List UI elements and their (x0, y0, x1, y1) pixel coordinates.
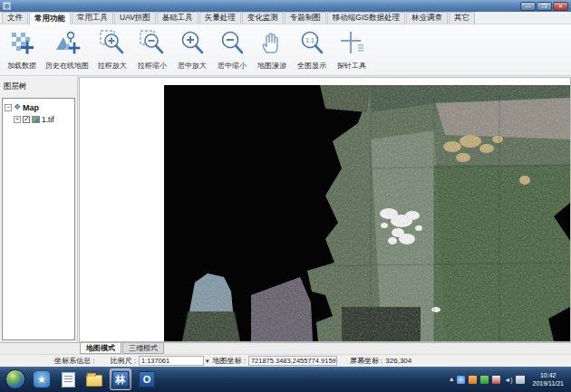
taskbar-forestry-gis-button[interactable]: 林 (110, 368, 131, 390)
taskbar-o-app-button[interactable]: O (136, 368, 158, 390)
box-zoom-out-button[interactable]: 拉框缩小 (132, 26, 172, 73)
satellite-raster-image[interactable] (164, 85, 570, 341)
coordinate-system-label: 坐标系信息 : (54, 356, 94, 366)
maximize-button[interactable]: ❐ (537, 2, 552, 11)
pan-hand-icon (258, 29, 286, 56)
screen-coordinate-label: 屏幕坐标 : (350, 356, 382, 366)
network-icon[interactable] (516, 376, 525, 384)
status-bar: 坐标系信息 : 比例尺 : 1:137061 ▾ 地图坐标 : 721875.3… (0, 354, 571, 367)
collapse-icon[interactable]: − (5, 104, 12, 111)
box-zoom-in-button[interactable]: 拉框放大 (92, 26, 132, 73)
full-extent-button[interactable]: 1:1 全图显示 (292, 26, 332, 73)
menu-tab-vector-processing[interactable]: 矢量处理 (199, 12, 241, 24)
map-coordinate-value[interactable]: 721875.3483,2455774.9159 (248, 356, 337, 366)
tool-label: 地图漫游 (257, 62, 286, 70)
tool-label: 全图显示 (297, 62, 326, 70)
expand-icon[interactable]: + (14, 116, 21, 123)
center-zoom-in-icon (179, 29, 206, 56)
folder-icon (86, 375, 102, 387)
clock-time: 10:42 (532, 371, 564, 379)
map-layers-icon: ❖ (14, 103, 21, 111)
center-zoom-in-button[interactable]: 居中放大 (172, 26, 212, 73)
close-button[interactable]: ✕ (553, 2, 568, 11)
layer-tree[interactable]: − ❖ Map + 1.tif (2, 98, 75, 340)
layer-visibility-checkbox[interactable] (23, 116, 30, 123)
center-zoom-out-icon (218, 29, 246, 56)
menu-tab-uav-mosaic[interactable]: UAV拼图 (114, 12, 156, 24)
box-zoom-in-icon (99, 29, 126, 56)
map-pan-button[interactable]: 地图漫游 (252, 26, 292, 73)
o-app-icon: O (139, 371, 155, 387)
map-mode-tab-bar: 地图模式 三维模式 (0, 342, 571, 354)
taskbar-messenger-button[interactable]: ★ (31, 368, 53, 390)
screen-coordinate-value: 326,304 (385, 357, 411, 365)
windows-taskbar: ★ 林 O ▴ ◄) 10:42 2019/11/21 (0, 367, 571, 392)
layer-panel-title: 图层树 (4, 81, 73, 92)
map-canvas[interactable] (79, 77, 571, 342)
menu-tab-other[interactable]: 其它 (449, 12, 475, 24)
box-zoom-out-icon (139, 29, 166, 56)
title-bar: ▦ — ❐ ✕ (0, 0, 571, 12)
workspace: 图层树 − ❖ Map + 1.tif (0, 76, 571, 342)
tray-expand-icon[interactable]: ▴ (450, 376, 453, 383)
menu-tab-basic-tools[interactable]: 基础工具 (157, 12, 198, 24)
tray-antivirus-icon[interactable] (480, 376, 489, 384)
layer-tree-panel: 图层树 − ❖ Map + 1.tif (0, 76, 78, 342)
document-icon (62, 372, 75, 387)
tab-map-mode[interactable]: 地图模式 (80, 343, 121, 354)
tab-3d-mode[interactable]: 三维模式 (122, 343, 164, 354)
tray-im-icon[interactable] (457, 376, 465, 384)
menu-tab-forestry-survey[interactable]: 林业调查 (406, 12, 448, 24)
application-window: ▦ — ❐ ✕ 文件 常用功能 常用工具 UAV拼图 基础工具 矢量处理 变化监… (0, 0, 571, 392)
menu-tab-common-tools[interactable]: 常用工具 (72, 12, 113, 24)
tool-label: 居中放大 (178, 62, 207, 70)
start-button[interactable] (5, 369, 25, 389)
menu-tab-file[interactable]: 文件 (2, 12, 28, 24)
menu-tab-change-monitoring[interactable]: 变化监测 (242, 12, 284, 24)
star-icon: ★ (34, 371, 50, 387)
toolbar: 加载数据 历史在线地图 (0, 24, 571, 76)
history-online-map-icon (53, 29, 81, 56)
menu-tab-bar: 文件 常用功能 常用工具 UAV拼图 基础工具 矢量处理 变化监测 专题制图 移… (0, 12, 571, 24)
center-zoom-out-button[interactable]: 居中缩小 (212, 26, 252, 73)
scale-label: 比例尺 : (110, 356, 135, 366)
tool-label: 居中缩小 (218, 62, 247, 70)
tool-label: 探针工具 (337, 62, 366, 70)
scale-combobox[interactable]: 1:137061 (139, 356, 204, 366)
tool-label: 加载数据 (7, 62, 36, 70)
clock-date: 2019/11/21 (532, 379, 564, 387)
tray-security-icon[interactable] (492, 376, 500, 384)
full-extent-icon: 1:1 (298, 29, 325, 56)
menu-tab-mobile-gis[interactable]: 移动端GIS数据处理 (327, 12, 405, 24)
history-online-map-button[interactable]: 历史在线地图 (42, 26, 92, 73)
load-data-button[interactable]: 加载数据 (2, 26, 42, 73)
system-tray: ▴ ◄) 10:42 2019/11/21 (450, 371, 567, 387)
forestry-app-icon: 林 (112, 371, 129, 387)
taskbar-explorer-button[interactable] (83, 368, 105, 390)
menu-tab-thematic-mapping[interactable]: 专题制图 (285, 12, 326, 24)
load-data-icon (8, 29, 35, 56)
tool-label: 拉框缩小 (138, 62, 167, 70)
minimize-button[interactable]: — (520, 2, 536, 11)
tree-root-label: Map (23, 103, 39, 112)
menu-tab-common-functions[interactable]: 常用功能 (29, 12, 71, 24)
tree-node-map[interactable]: − ❖ Map (5, 101, 73, 113)
probe-tool-icon (338, 29, 365, 56)
raster-layer-icon (32, 116, 40, 123)
taskbar-clock[interactable]: 10:42 2019/11/21 (532, 371, 564, 387)
window-app-icon[interactable]: ▦ (3, 2, 11, 10)
probe-tool-button[interactable]: 探针工具 (332, 26, 372, 73)
layer-name: 1.tif (42, 115, 54, 124)
taskbar-notepad-button[interactable] (57, 368, 79, 390)
svg-text:1:1: 1:1 (305, 37, 315, 43)
tree-node-layer[interactable]: + 1.tif (5, 113, 73, 125)
volume-icon[interactable]: ◄) (504, 377, 512, 383)
map-coordinate-label: 地图坐标 : (212, 356, 245, 366)
tool-label: 历史在线地图 (45, 62, 89, 70)
tool-label: 拉框放大 (98, 62, 127, 70)
tray-grid-icon[interactable] (469, 376, 477, 384)
chevron-down-icon[interactable]: ▾ (206, 358, 209, 365)
